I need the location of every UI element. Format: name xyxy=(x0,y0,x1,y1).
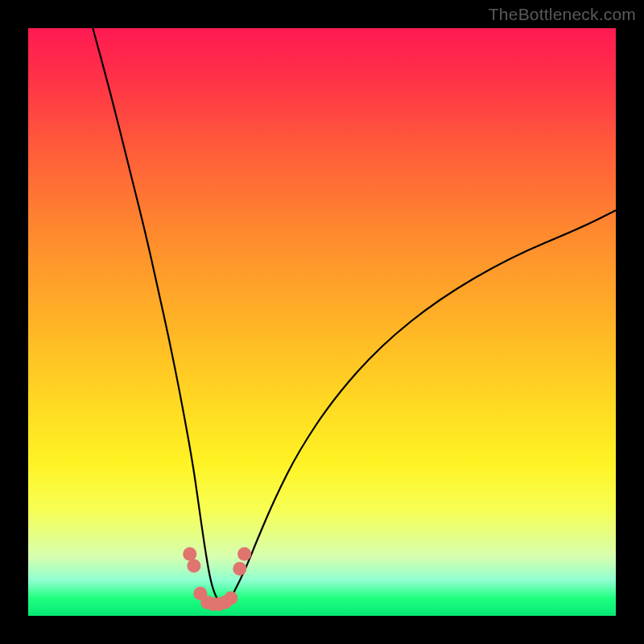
highlight-dot xyxy=(233,562,246,576)
bottleneck-curve xyxy=(93,28,616,604)
highlight-dot xyxy=(187,559,200,572)
plot-area xyxy=(28,28,616,616)
highlight-dot xyxy=(237,547,251,561)
bottleneck-curve-path xyxy=(93,28,616,604)
highlight-dot xyxy=(183,547,196,561)
chart-frame: TheBottleneck.com xyxy=(0,0,644,644)
highlight-dot xyxy=(224,592,237,605)
watermark-text: TheBottleneck.com xyxy=(489,5,636,24)
curve-svg xyxy=(28,28,616,616)
